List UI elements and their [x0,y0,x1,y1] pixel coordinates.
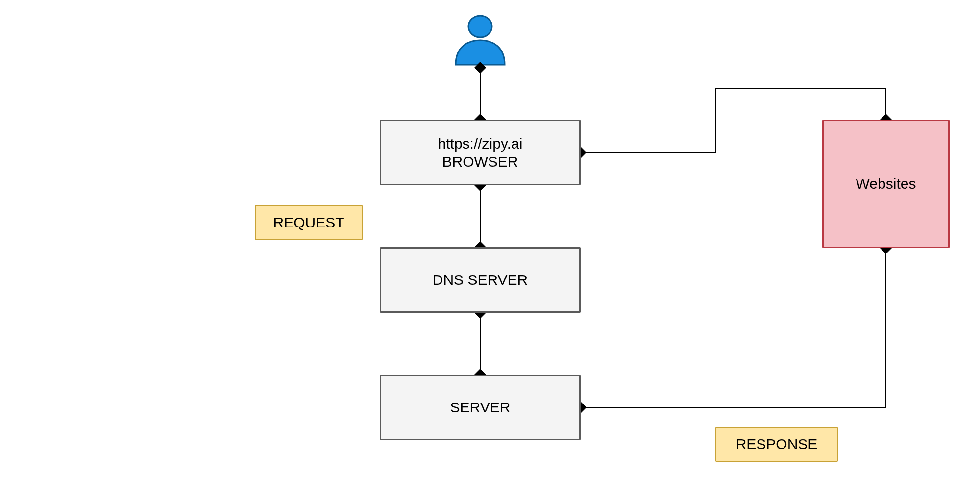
server-label: SERVER [450,398,511,417]
browser-label-text: BROWSER [442,152,518,171]
request-label: REQUEST [273,213,344,232]
response-label: RESPONSE [736,435,818,454]
server-node: SERVER [380,375,581,440]
browser-url-text: https://zipy.ai [438,134,523,153]
connector-websites-to-server [581,248,886,407]
websites-label: Websites [856,175,916,193]
response-tag: RESPONSE [715,427,838,462]
browser-node: https://zipy.ai BROWSER [380,120,581,185]
user-icon [456,16,505,65]
request-tag: REQUEST [255,205,363,240]
dns-label: DNS SERVER [433,271,528,289]
svg-point-0 [468,16,492,37]
websites-node: Websites [822,120,950,248]
dns-node: DNS SERVER [380,247,581,313]
